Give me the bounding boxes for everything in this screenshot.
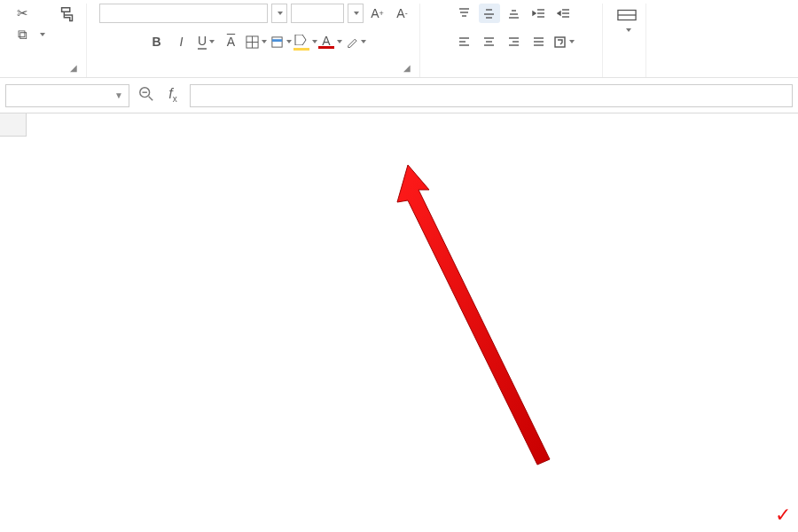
highlight-button[interactable] [295, 32, 317, 51]
zoom-out-icon[interactable] [137, 86, 156, 106]
svg-rect-33 [555, 37, 565, 47]
increase-indent-button[interactable] [553, 4, 575, 23]
auto-button[interactable] [657, 4, 664, 7]
column-headers [27, 113, 798, 137]
chevron-down-icon[interactable]: ▼ [114, 90, 123, 100]
align-center-button[interactable] [479, 32, 500, 51]
svg-rect-3 [271, 36, 281, 46]
auto-group [652, 4, 669, 77]
fx-icon[interactable]: fx [163, 86, 183, 104]
wrap-text-button[interactable] [553, 32, 575, 51]
sheet-body[interactable] [0, 137, 798, 532]
spreadsheet [0, 113, 798, 532]
eraser-button[interactable] [345, 32, 366, 51]
justify-button[interactable] [528, 32, 550, 51]
cell-style-button[interactable] [270, 32, 292, 51]
merge-center-button[interactable] [614, 4, 640, 34]
strike-button[interactable]: A [221, 32, 242, 51]
underline-button[interactable]: U [196, 32, 217, 51]
copy-icon: ⧉ [14, 27, 30, 43]
align-right-button[interactable] [504, 32, 525, 51]
borders-button[interactable] [246, 32, 267, 51]
align-bottom-button[interactable] [504, 4, 525, 23]
cut-icon: ✂ [14, 5, 30, 21]
svg-marker-20 [558, 12, 560, 15]
chevron-down-icon[interactable] [348, 4, 364, 23]
font-name-combo[interactable] [99, 4, 268, 23]
bold-button[interactable]: B [146, 32, 168, 51]
merge-center-icon [617, 5, 637, 25]
copy-button[interactable]: ⧉ [11, 25, 49, 44]
align-middle-button[interactable] [479, 4, 500, 23]
merge-group [608, 4, 646, 77]
grow-font-button[interactable]: A+ [367, 4, 388, 23]
ribbon: ✂ ⧉ ◢ A+ A- [0, 0, 798, 78]
svg-marker-16 [533, 12, 536, 15]
font-group: A+ A- B I U A A [92, 4, 420, 77]
italic-button[interactable]: I [171, 32, 192, 51]
align-left-button[interactable] [454, 32, 475, 51]
font-dialog-launcher-icon[interactable]: ◢ [403, 63, 414, 74]
font-size-combo[interactable] [291, 4, 344, 23]
clipboard-group: ✂ ⧉ ◢ [5, 4, 87, 77]
select-all-corner[interactable] [0, 113, 27, 137]
formula-input[interactable] [190, 84, 793, 107]
decrease-indent-button[interactable] [528, 4, 550, 23]
format-painter-button[interactable] [54, 4, 81, 44]
watermark: ✓ [771, 504, 791, 527]
chevron-down-icon[interactable] [271, 4, 287, 23]
align-top-button[interactable] [454, 4, 475, 23]
formula-bar: ▼ fx [0, 78, 798, 113]
shrink-font-button[interactable]: A- [392, 4, 413, 23]
format-painter-icon [58, 5, 77, 25]
clipboard-dialog-launcher-icon[interactable]: ◢ [70, 63, 81, 74]
svg-line-37 [149, 96, 153, 100]
cut-button[interactable]: ✂ [11, 4, 49, 23]
font-color-button[interactable]: A [320, 32, 341, 51]
check-icon: ✓ [775, 504, 791, 526]
name-box[interactable]: ▼ [5, 84, 129, 107]
align-group [426, 4, 603, 77]
